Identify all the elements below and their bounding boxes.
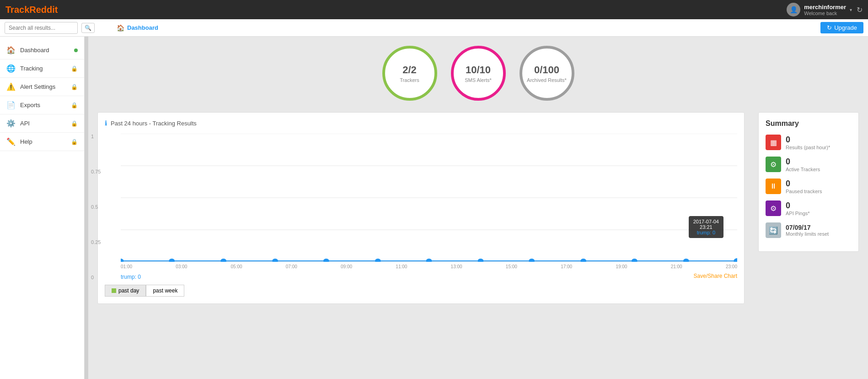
chart-section: ℹ Past 24 hours - Tracking Results 1 0.7… <box>97 112 745 304</box>
exports-icon: 📄 <box>6 101 16 109</box>
circle-archived-value: 0/100 <box>534 64 559 76</box>
upgrade-refresh-icon: ↻ <box>827 24 832 31</box>
svg-point-7 <box>220 259 226 262</box>
svg-point-13 <box>529 259 535 262</box>
summary-item-active: ⚙ 0 Active Trackers <box>766 157 852 172</box>
sidebar-item-tracking[interactable]: 🌐 Tracking 🔒 <box>0 60 84 78</box>
svg-point-11 <box>426 259 432 262</box>
api-count: 0 <box>786 201 810 211</box>
summary-text-results: 0 Results (past hour)* <box>786 135 830 150</box>
lock-icon-help: 🔒 <box>71 139 78 145</box>
search-button[interactable]: 🔍 <box>81 23 95 33</box>
active-trackers-icon: ⚙ <box>766 157 781 172</box>
upgrade-button[interactable]: ↻ Upgrade <box>820 22 863 33</box>
sidebar-item-exports[interactable]: 📄 Exports 🔒 <box>0 96 84 114</box>
sidebar-label-alert: Alert Settings <box>20 83 66 90</box>
summary-item-api: ⚙ 0 API Pings* <box>766 200 852 216</box>
breadcrumb: 🏠 Dashboard <box>117 24 158 32</box>
topnav-right: 👤 merchinformer Welcome back ▾ ↻ <box>787 3 863 16</box>
api-pings-icon: ⚙ <box>766 200 781 216</box>
circles-row: 2/2 Trackers 10/10 SMS Alerts* 0/100 Arc… <box>97 46 859 101</box>
save-share-link[interactable]: Save/Share Chart <box>694 273 737 279</box>
breadcrumb-label: Dashboard <box>127 24 158 31</box>
x-label-21: 21:00 <box>671 264 682 269</box>
x-axis-labels: 01:00 03:00 05:00 07:00 09:00 11:00 13:0… <box>121 264 737 269</box>
y-label-1: 1 <box>91 134 101 139</box>
svg-point-12 <box>478 259 484 262</box>
paused-icon: ⏸ <box>766 179 781 194</box>
x-label-07: 07:00 <box>286 264 297 269</box>
past-day-dot <box>112 288 116 293</box>
results-count: 0 <box>786 135 830 145</box>
svg-point-17 <box>734 258 737 262</box>
upgrade-label: Upgrade <box>834 24 857 31</box>
welcome-text: Welcome back <box>804 11 846 16</box>
svg-point-8 <box>272 259 278 262</box>
time-buttons: past day past week <box>105 285 737 297</box>
x-label-09: 09:00 <box>341 264 352 269</box>
circle-trackers-label: Trackers <box>400 77 419 83</box>
lock-icon-api: 🔒 <box>71 120 78 127</box>
refresh-button[interactable]: ↻ <box>857 5 863 14</box>
main-layout: 🏠 Dashboard 🌐 Tracking 🔒 ⚠️ Alert Settin… <box>0 37 868 379</box>
help-icon: ✏️ <box>6 137 16 146</box>
x-label-23: 23:00 <box>726 264 737 269</box>
sidebar-divider <box>85 37 88 379</box>
svg-point-16 <box>683 259 689 262</box>
info-icon: ℹ <box>105 119 107 127</box>
sidebar-label-exports: Exports <box>20 102 66 108</box>
summary-title: Summary <box>766 119 852 128</box>
summary-text-paused: 0 Paused trackers <box>786 179 822 194</box>
summary-text-active: 0 Active Trackers <box>786 157 820 172</box>
chevron-down-icon[interactable]: ▾ <box>850 7 852 12</box>
paused-count: 0 <box>786 179 822 189</box>
lock-icon-alert: 🔒 <box>71 84 78 90</box>
circle-archived-label: Archived Results* <box>527 77 567 83</box>
content-area: 2/2 Trackers 10/10 SMS Alerts* 0/100 Arc… <box>88 37 868 379</box>
summary-text-api: 0 API Pings* <box>786 201 810 216</box>
y-axis-labels: 1 0.75 0.5 0.25 0 <box>91 134 101 280</box>
circle-sms-value: 10/10 <box>466 64 491 76</box>
username: merchinformer <box>804 4 846 11</box>
search-bar: 🔍 🏠 Dashboard ↻ Upgrade <box>0 19 868 37</box>
globe-icon: 🌐 <box>6 64 16 73</box>
x-label-15: 15:00 <box>506 264 517 269</box>
sidebar-item-dashboard[interactable]: 🏠 Dashboard <box>0 41 84 60</box>
search-input[interactable] <box>5 22 78 34</box>
summary-item-reset: 🔄 07/09/17 Monthly limits reset <box>766 222 852 238</box>
circle-sms-label: SMS Alerts* <box>465 77 492 83</box>
past-week-button[interactable]: past week <box>146 285 184 297</box>
breadcrumb-home-icon: 🏠 <box>117 24 124 32</box>
sidebar-item-alert-settings[interactable]: ⚠️ Alert Settings 🔒 <box>0 78 84 96</box>
past-day-label: past day <box>118 287 139 294</box>
y-label-0: 0 <box>91 275 101 280</box>
past-day-button[interactable]: past day <box>105 285 146 297</box>
x-label-19: 19:00 <box>616 264 627 269</box>
reset-icon: 🔄 <box>766 222 781 238</box>
chart-title: Past 24 hours - Tracking Results <box>111 120 197 127</box>
active-desc: Active Trackers <box>786 167 820 172</box>
reset-date: 07/09/17 <box>786 224 829 231</box>
chart-header: ℹ Past 24 hours - Tracking Results <box>105 119 737 127</box>
svg-point-6 <box>169 259 175 262</box>
avatar: 👤 <box>787 3 800 16</box>
x-label-01: 01:00 <box>121 264 132 269</box>
past-week-label: past week <box>153 287 177 294</box>
sidebar-item-help[interactable]: ✏️ Help 🔒 <box>0 133 84 151</box>
alert-icon: ⚠️ <box>6 82 16 91</box>
sidebar: 🏠 Dashboard 🌐 Tracking 🔒 ⚠️ Alert Settin… <box>0 37 85 379</box>
chart-container: ℹ Past 24 hours - Tracking Results 1 0.7… <box>97 112 745 311</box>
chart-area: 1 0.75 0.5 0.25 0 <box>105 134 737 280</box>
svg-point-14 <box>580 259 586 262</box>
home-icon: 🏠 <box>6 46 16 54</box>
x-label-17: 17:00 <box>561 264 572 269</box>
svg-point-9 <box>323 259 329 262</box>
summary-item-results: ▦ 0 Results (past hour)* <box>766 135 852 150</box>
sidebar-item-api[interactable]: ⚙️ API 🔒 <box>0 114 84 133</box>
sidebar-label-dashboard: Dashboard <box>20 47 70 54</box>
x-label-05: 05:00 <box>231 264 242 269</box>
active-dot <box>74 49 78 52</box>
results-icon: ▦ <box>766 135 781 150</box>
y-label-05: 0.5 <box>91 204 101 210</box>
lock-icon-exports: 🔒 <box>71 102 78 108</box>
